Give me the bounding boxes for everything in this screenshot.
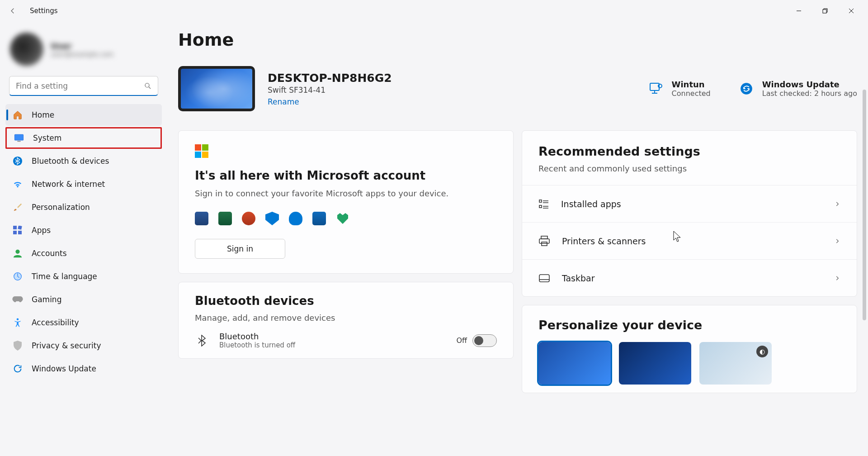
svg-point-10 (15, 250, 19, 254)
system-icon (13, 132, 25, 144)
chevron-right-icon (834, 275, 840, 281)
recommended-card: Recommended settings Recent and commonly… (522, 130, 857, 297)
nav-home[interactable]: Home (5, 104, 162, 126)
person-icon (12, 247, 24, 259)
arrow-left-icon (9, 7, 17, 15)
minimize-button[interactable] (786, 2, 812, 20)
recommended-item-installed-apps[interactable]: Installed apps (522, 185, 857, 222)
svg-rect-7 (18, 226, 22, 230)
nav-network[interactable]: Network & internet (5, 173, 162, 195)
ms-account-sub: Sign in to connect your favorite Microso… (195, 189, 497, 198)
search-input[interactable] (9, 76, 158, 96)
nav-label: Gaming (32, 295, 61, 304)
rename-link[interactable]: Rename (268, 97, 299, 106)
bluetooth-row-sub: Bluetooth is turned off (219, 341, 295, 349)
chevron-right-icon (834, 201, 840, 207)
chevron-right-icon (834, 238, 840, 244)
svg-rect-8 (13, 231, 17, 234)
sign-in-button[interactable]: Sign in (195, 239, 285, 259)
wifi-icon (12, 178, 24, 190)
main-content: Home DESKTOP-NP8H6G2 Swift SF314-41 Rena… (167, 22, 868, 456)
nav-label: Accounts (32, 249, 67, 258)
titlebar: Settings (0, 0, 868, 22)
scrollbar[interactable] (863, 90, 866, 454)
bluetooth-card: Bluetooth devices Manage, add, and remov… (178, 282, 514, 359)
nav-system[interactable]: System (5, 127, 162, 149)
search-box (9, 76, 158, 96)
svg-rect-0 (823, 10, 826, 13)
svg-rect-3 (15, 135, 23, 140)
nav-apps[interactable]: Apps (5, 219, 162, 241)
shield-icon (12, 340, 24, 352)
update-sub: Last checked: 2 hours ago (762, 89, 857, 98)
svg-rect-9 (18, 231, 22, 234)
network-label: Wintun (672, 80, 711, 89)
nav-time-language[interactable]: Time & language (5, 266, 162, 287)
ms-account-title: It's all here with Microsoft account (195, 169, 497, 182)
update-status[interactable]: Windows Update Last checked: 2 hours ago (739, 80, 857, 98)
maximize-button[interactable] (812, 2, 838, 20)
nav-personalization[interactable]: Personalization (5, 196, 162, 218)
onedrive-icon (289, 212, 302, 225)
page-title: Home (178, 30, 857, 50)
outlook-icon (312, 212, 326, 225)
nav-accessibility[interactable]: Accessibility (5, 312, 162, 333)
powerpoint-icon (242, 212, 255, 225)
recommended-item-label: Installed apps (561, 199, 621, 209)
close-button[interactable] (838, 2, 864, 20)
nav-label: Network & internet (32, 180, 105, 189)
network-sub: Connected (672, 89, 711, 98)
update-label: Windows Update (762, 80, 857, 89)
theme-option-2[interactable] (619, 342, 691, 385)
contrast-badge-icon: ◐ (756, 346, 768, 357)
nav-accounts[interactable]: Accounts (5, 242, 162, 264)
recommended-item-label: Printers & scanners (562, 236, 646, 246)
ethernet-icon (648, 81, 664, 96)
svg-point-1 (145, 83, 149, 87)
printer-icon (538, 236, 550, 247)
recommended-item-printers[interactable]: Printers & scanners (522, 222, 857, 259)
svg-point-12 (17, 318, 19, 320)
globe-clock-icon (12, 271, 24, 282)
word-icon (195, 212, 208, 225)
svg-rect-6 (13, 226, 17, 229)
bluetooth-toggle[interactable] (472, 334, 497, 347)
bluetooth-glyph-icon (195, 335, 208, 347)
network-status[interactable]: Wintun Connected (648, 80, 711, 98)
svg-rect-20 (542, 242, 547, 246)
svg-rect-16 (539, 200, 542, 202)
window-controls (786, 2, 864, 20)
device-row: DESKTOP-NP8H6G2 Swift SF314-41 Rename Wi… (178, 66, 857, 111)
recommended-item-label: Taskbar (562, 273, 595, 283)
gamepad-icon (12, 294, 24, 305)
bluetooth-title: Bluetooth devices (195, 294, 497, 308)
nav-label: Accessibility (32, 318, 79, 327)
theme-option-3[interactable]: ◐ (699, 342, 772, 385)
svg-rect-13 (650, 83, 659, 90)
theme-row: ◐ (538, 342, 840, 385)
scrollbar-thumb[interactable] (863, 90, 866, 320)
personalize-title: Personalize your device (538, 318, 840, 332)
nav-bluetooth[interactable]: Bluetooth & devices (5, 150, 162, 172)
svg-rect-4 (17, 141, 20, 142)
svg-rect-19 (539, 239, 549, 243)
recommended-item-taskbar[interactable]: Taskbar (522, 259, 857, 296)
bluetooth-sub: Manage, add, and remove devices (195, 313, 497, 323)
nav-privacy[interactable]: Privacy & security (5, 335, 162, 356)
bluetooth-icon (12, 155, 24, 167)
ms-account-card: It's all here with Microsoft account Sig… (178, 130, 514, 274)
defender-icon (265, 212, 279, 225)
back-button[interactable] (4, 2, 22, 20)
home-icon (12, 109, 24, 121)
nav-label: Apps (32, 226, 51, 235)
recommended-title: Recommended settings (538, 144, 840, 158)
svg-point-15 (741, 83, 752, 95)
account-block[interactable]: User user@example.com (5, 29, 162, 76)
nav-windows-update[interactable]: Windows Update (5, 358, 162, 380)
account-email: user@example.com (51, 51, 113, 58)
device-info: DESKTOP-NP8H6G2 Swift SF314-41 Rename (268, 71, 392, 106)
taskbar-icon (538, 274, 550, 283)
nav-gaming[interactable]: Gaming (5, 289, 162, 310)
theme-option-1[interactable] (538, 342, 611, 385)
svg-rect-21 (539, 275, 549, 282)
